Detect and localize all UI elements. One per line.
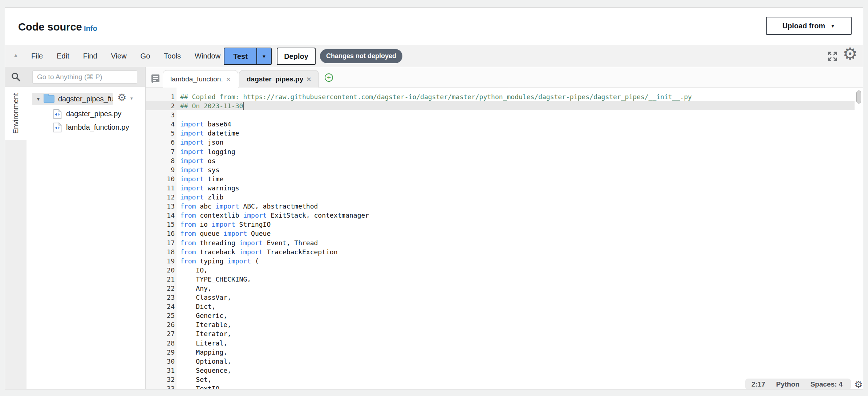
line-number: 11 [146, 183, 175, 193]
line-number: 9 [146, 165, 175, 174]
page-title: Code source [18, 21, 82, 33]
statusbar-gear-icon[interactable]: ⚙ [854, 380, 863, 389]
line-number: 6 [146, 138, 175, 147]
line-number: 5 [146, 129, 175, 138]
file-name: lambda_function.py [66, 123, 129, 132]
code-line: from io import StringIO [180, 220, 692, 229]
code-line: import json [180, 138, 692, 147]
editor-settings-gear-icon[interactable]: ⚙ [843, 45, 857, 62]
line-number: 16 [146, 229, 175, 238]
line-number: 19 [146, 256, 175, 266]
line-number: 4 [146, 120, 175, 129]
line-number: 18 [146, 247, 175, 256]
tree-file-lambda_function.py[interactable]: lambda_function.py [53, 121, 129, 134]
code-line: ClassVar, [180, 293, 692, 302]
line-number: 22 [146, 284, 175, 293]
new-tab-button[interactable]: + [325, 73, 333, 82]
folder-disclosure-icon[interactable]: ▼ [36, 96, 41, 102]
tab-label: lambda_function. [170, 75, 223, 83]
collapse-editor-icon[interactable]: ▲ [13, 52, 19, 58]
chevron-down-icon: ▼ [262, 54, 267, 59]
folder-icon [44, 95, 54, 103]
menu-item-window[interactable]: Window [193, 52, 222, 60]
menu-item-go[interactable]: Go [139, 52, 152, 60]
line-number: 3 [146, 110, 175, 120]
info-link[interactable]: Info [84, 24, 97, 33]
test-dropdown-button[interactable]: ▼ [256, 48, 271, 64]
test-split-button: Test ▼ [224, 48, 272, 65]
code-line: from typing import ( [180, 256, 692, 266]
code-line: Literal, [180, 339, 692, 348]
scrollbar-thumb[interactable] [856, 90, 861, 104]
line-number-gutter: 1234567891011121314151617181920212223242… [146, 92, 175, 389]
code-line: from queue import Queue [180, 229, 692, 238]
file-tree-panel: ▼ dagster_pipes_funct ⚙ ▾ dagster_pipes.… [27, 87, 145, 389]
language-mode-indicator[interactable]: Python [776, 380, 799, 388]
code-line: Sequence, [180, 366, 692, 375]
tab-dagster_pipes.py[interactable]: dagster_pipes.py× [239, 70, 319, 88]
code-line: from threading import Event, Thread [180, 238, 692, 247]
code-line: TYPE_CHECKING, [180, 275, 692, 284]
tab-close-icon[interactable]: × [226, 75, 231, 84]
cursor-position-indicator[interactable]: 2:17 [751, 380, 765, 388]
menu-item-edit[interactable]: Edit [55, 52, 70, 60]
tab-close-icon[interactable]: × [307, 75, 311, 84]
code-line: TextIO [180, 384, 692, 389]
tab-lambda_function[interactable]: lambda_function.× [163, 70, 238, 88]
code-line: import zlib [180, 193, 692, 202]
code-line: ## On 2023-11-30 [180, 101, 692, 110]
line-number: 21 [146, 275, 175, 284]
line-number: 20 [146, 266, 175, 275]
line-number: 17 [146, 238, 175, 247]
text-cursor [243, 102, 244, 110]
indentation-indicator[interactable]: Spaces: 4 [810, 380, 843, 388]
tree-file-dagster_pipes.py[interactable]: dagster_pipes.py [53, 107, 129, 121]
menu-item-tools[interactable]: Tools [162, 52, 182, 60]
tab-list-icon[interactable] [151, 74, 160, 84]
folder-name: dagster_pipes_funct [58, 95, 113, 103]
line-number: 32 [146, 375, 175, 384]
search-row [5, 67, 145, 87]
code-line: Generic, [180, 311, 692, 320]
environment-vertical-tab[interactable]: Environment [5, 87, 27, 140]
tree-settings-gear-icon[interactable]: ⚙ [117, 93, 126, 103]
code-line: import os [180, 156, 692, 165]
line-number: 33 [146, 384, 175, 389]
line-number: 24 [146, 302, 175, 311]
code-editor-surface[interactable]: 1234567891011121314151617181920212223242… [146, 88, 863, 389]
tree-settings-caret-icon[interactable]: ▾ [130, 96, 133, 101]
tree-folder-row[interactable]: ▼ dagster_pipes_funct [32, 93, 113, 105]
line-number: 29 [146, 348, 175, 357]
test-button[interactable]: Test [224, 48, 256, 64]
code-content: ## Copied from: https://raw.githubuserco… [180, 92, 692, 389]
go-to-anything-input[interactable] [32, 70, 137, 84]
editor-scrollbar [854, 88, 863, 389]
line-number: 30 [146, 357, 175, 366]
file-name: dagster_pipes.py [66, 110, 121, 118]
menu-item-find[interactable]: Find [82, 52, 99, 60]
chevron-down-icon: ▼ [830, 23, 835, 29]
line-number: 10 [146, 174, 175, 183]
code-line: from traceback import TracebackException [180, 247, 692, 256]
code-line: Optional, [180, 357, 692, 366]
line-number: 7 [146, 147, 175, 156]
fullscreen-expand-icon[interactable] [827, 51, 838, 62]
line-number: 14 [146, 211, 175, 220]
line-number: 31 [146, 366, 175, 375]
side-rail: Environment [5, 87, 27, 389]
code-line: import warnings [180, 183, 692, 193]
code-line: import time [180, 174, 692, 183]
menu-item-file[interactable]: File [30, 52, 44, 60]
line-number: 2 [146, 101, 175, 110]
menu-item-view[interactable]: View [110, 52, 128, 60]
line-number: 13 [146, 202, 175, 211]
upload-from-label: Upload from [782, 22, 825, 30]
code-line [180, 110, 692, 120]
editor-tabbar: lambda_function.×dagster_pipes.py× + [146, 67, 863, 88]
line-number: 12 [146, 193, 175, 202]
upload-from-button[interactable]: Upload from ▼ [766, 17, 852, 35]
environment-tab-label: Environment [12, 93, 20, 134]
line-number: 27 [146, 329, 175, 338]
deploy-button[interactable]: Deploy [277, 48, 316, 65]
line-number: 23 [146, 293, 175, 302]
